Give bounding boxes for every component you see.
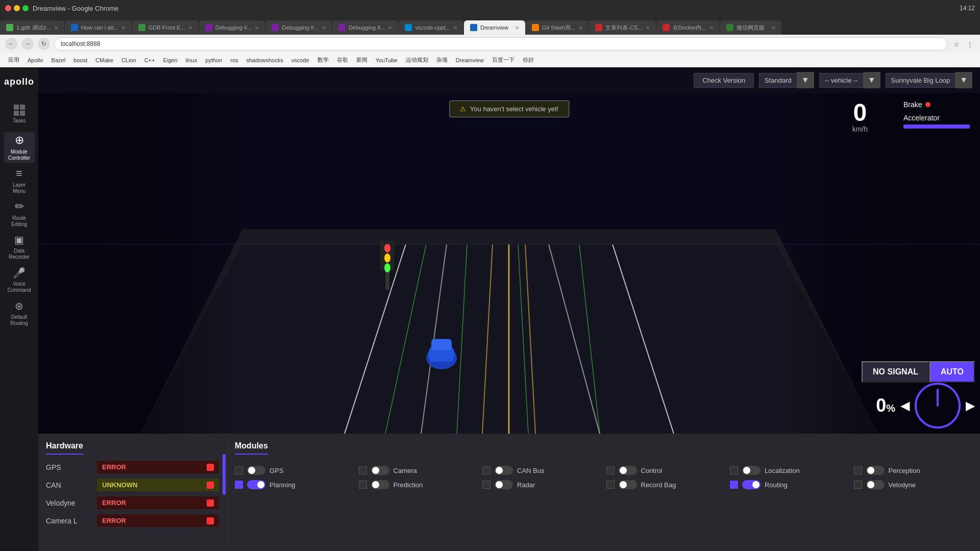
module-checkbox-routing[interactable] — [730, 481, 738, 489]
module-checkbox-localization[interactable] — [730, 466, 738, 474]
module-toggle-can-bus[interactable] — [495, 466, 513, 475]
svg-point-20 — [384, 263, 390, 272]
module-checkbox-perception[interactable] — [854, 466, 862, 474]
map-dropdown[interactable]: Sunnyvale Big Loop ▼ — [886, 72, 973, 88]
sidebar-item-route-editing[interactable]: ✏ RouteEditing — [4, 198, 35, 229]
bookmark-百度一下[interactable]: 百度一下 — [489, 55, 518, 65]
no-signal-button[interactable]: NO SIGNAL — [862, 361, 929, 383]
bookmark-CMake[interactable]: CMake — [92, 56, 116, 64]
map-select[interactable]: Sunnyvale Big Loop — [886, 73, 955, 88]
hw-dot-can — [207, 482, 214, 489]
maximize-button[interactable] — [22, 5, 29, 11]
module-toggle-velodyne[interactable] — [866, 480, 885, 489]
reload-button[interactable]: ↻ — [38, 38, 50, 50]
map-select-arrow[interactable]: ▼ — [955, 72, 972, 88]
traffic-lights[interactable] — [5, 5, 29, 11]
bookmark-YouTube[interactable]: YouTube — [373, 56, 401, 64]
minimize-button[interactable] — [14, 5, 20, 11]
browser-tab-tab-wechat[interactable]: 微信网页版✕ — [720, 20, 781, 35]
bookmark-ros[interactable]: ros — [227, 56, 241, 64]
speed-display: 0 km/h — [852, 101, 868, 133]
browser-tab-tab-gitstash[interactable]: Git Stash用...✕ — [526, 20, 589, 35]
module-toggle-planning[interactable] — [247, 480, 265, 489]
module-toggle-control[interactable] — [619, 466, 637, 475]
browser-tab-tab-wenzhang[interactable]: 文章列表-CS...✕ — [589, 20, 655, 35]
mode-dropdown[interactable]: Standard ▼ — [759, 72, 814, 88]
auto-button[interactable]: AUTO — [929, 361, 975, 383]
sidebar-item-module-controller-label: ModuleController — [8, 149, 30, 161]
module-checkbox-can-bus[interactable] — [482, 466, 491, 474]
forward-button[interactable]: → — [21, 38, 34, 50]
bookmark-icon[interactable]: ☆ — [951, 39, 962, 49]
bookmark-数学[interactable]: 数学 — [314, 55, 332, 65]
bookmark-linux[interactable]: linux — [183, 56, 201, 64]
steering-right-arrow[interactable]: ▶ — [966, 398, 975, 413]
module-radar: Radar — [482, 480, 601, 489]
steering-left-arrow[interactable]: ◀ — [900, 398, 910, 413]
module-name-prediction: Prediction — [394, 481, 423, 489]
back-button[interactable]: ← — [5, 38, 17, 50]
title-bar-right: 14:12 — [960, 5, 975, 12]
hw-dot-gps — [207, 464, 214, 471]
browser-tab-tab-howcan[interactable]: How can i att...✕ — [65, 20, 132, 35]
browser-tab-tab-debug1[interactable]: Debugging #...✕ — [199, 20, 265, 35]
vehicle-dropdown[interactable]: -- vehicle -- ▼ — [819, 72, 880, 88]
settings-icon[interactable]: ⋮ — [965, 39, 975, 49]
module-toggle-record-bag[interactable] — [619, 480, 637, 489]
module-checkbox-gps[interactable] — [235, 466, 243, 474]
module-toggle-radar[interactable] — [495, 480, 513, 489]
url-bar[interactable]: localhost:8888 — [54, 37, 947, 51]
browser-tab-tab-vscode[interactable]: vscode-cppt...✕ — [399, 20, 463, 35]
browser-tab-tab-gdb[interactable]: 1.gdb 调试#...✕ — [0, 20, 64, 35]
module-checkbox-control[interactable] — [606, 466, 615, 474]
bookmark-新闻[interactable]: 新闻 — [353, 55, 371, 65]
module-checkbox-radar[interactable] — [482, 481, 491, 489]
steering-section: 0% ◀ ▶ — [876, 383, 975, 429]
bookmark-Bazel[interactable]: Bazel — [48, 56, 69, 64]
module-checkbox-camera[interactable] — [359, 466, 367, 474]
module-checkbox-planning[interactable] — [235, 481, 243, 489]
browser-tab-tab-gdb-front[interactable]: GDB Front E...✕ — [132, 20, 199, 35]
mode-select[interactable]: Standard — [759, 73, 797, 88]
module-checkbox-prediction[interactable] — [359, 481, 367, 489]
module-toggle-gps[interactable] — [247, 466, 265, 475]
hardware-scrollbar[interactable] — [223, 454, 226, 495]
browser-tab-tab-docker[interactable]: 在Docker内...✕ — [656, 20, 720, 35]
sidebar-item-layer-menu[interactable]: ≡ LayerMenu — [4, 165, 35, 196]
vehicle-select[interactable]: -- vehicle -- — [819, 73, 863, 88]
vehicle-select-arrow[interactable]: ▼ — [863, 72, 880, 88]
sidebar-item-default-routing[interactable]: ⊛ DefaultRouting — [4, 298, 35, 329]
bookmark-运动规划[interactable]: 运动规划 — [403, 55, 431, 65]
bookmark-杂项[interactable]: 杂项 — [433, 55, 451, 65]
mode-select-arrow[interactable]: ▼ — [797, 72, 814, 88]
bookmark-Eigen[interactable]: Eigen — [160, 56, 180, 64]
sidebar-item-voice-command[interactable]: 🎤 VoiceCommand — [4, 265, 35, 295]
browser-tab-tab-debug2[interactable]: Debugging #...✕ — [265, 20, 332, 35]
bookmark-vscode[interactable]: vscode — [288, 56, 312, 64]
bookmark-谷歌[interactable]: 谷歌 — [334, 55, 351, 65]
steering-wheel[interactable] — [915, 383, 961, 429]
close-button[interactable] — [5, 5, 11, 11]
module-toggle-localization[interactable] — [742, 466, 761, 475]
sidebar-item-module-controller[interactable]: ⊕ ModuleController — [4, 132, 35, 163]
check-version-button[interactable]: Check Version — [694, 73, 754, 88]
module-toggle-perception[interactable] — [866, 466, 885, 475]
bookmark-shadowshocks[interactable]: shadowshocks — [243, 56, 286, 64]
module-checkbox-velodyne[interactable] — [854, 481, 862, 489]
bookmark-CLion[interactable]: CLion — [118, 56, 139, 64]
module-toggle-prediction[interactable] — [371, 480, 389, 489]
bookmark-C++[interactable]: C++ — [141, 56, 158, 64]
module-checkbox-record-bag[interactable] — [606, 481, 615, 489]
bookmark-你好[interactable]: 你好 — [520, 55, 537, 65]
bookmark-应用[interactable]: 应用 — [5, 55, 22, 65]
bookmark-python[interactable]: python — [202, 56, 225, 64]
bookmark-boost[interactable]: boost — [70, 56, 90, 64]
module-toggle-routing[interactable] — [742, 480, 761, 489]
sidebar-item-tasks[interactable]: Tasks — [4, 99, 35, 130]
bookmark-Apollo[interactable]: Apollo — [24, 56, 46, 64]
bookmark-Dreamview[interactable]: Dreamview — [453, 56, 487, 64]
browser-tab-tab-debug3[interactable]: Debugging #...✕ — [332, 20, 399, 35]
browser-tab-tab-dreamview[interactable]: Dreamview✕ — [464, 20, 525, 35]
module-toggle-camera[interactable] — [371, 466, 389, 475]
sidebar-item-data-recorder[interactable]: ▣ DataRecorder — [4, 232, 35, 262]
